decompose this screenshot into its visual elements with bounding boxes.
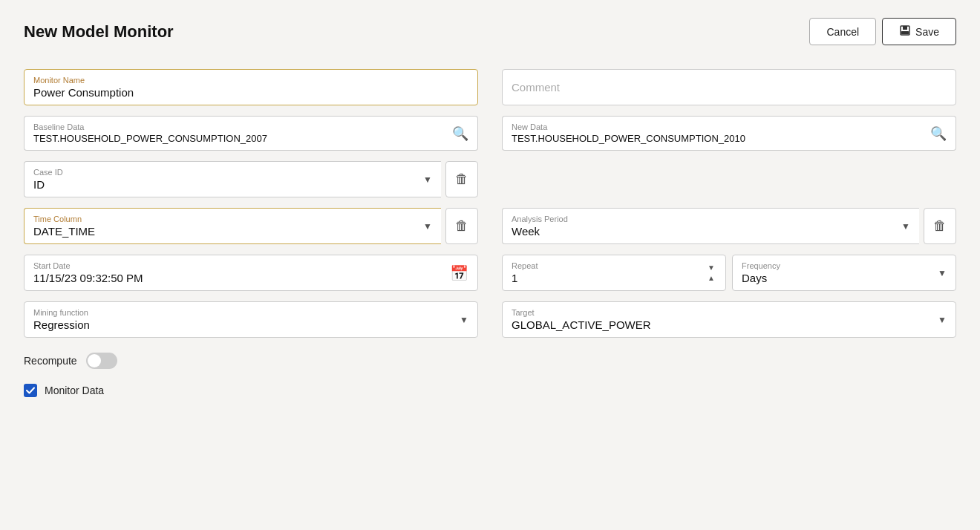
start-date-label: Start Date (33, 261, 444, 270)
monitor-data-row: Monitor Data (24, 384, 956, 397)
monitor-data-label: Monitor Data (45, 385, 104, 396)
time-column-value: DATE_TIME (33, 225, 420, 238)
mining-function-value: Regression (33, 318, 457, 331)
start-date-field[interactable]: Start Date 11/15/23 09:32:50 PM 📅 (24, 255, 478, 291)
monitor-name-field[interactable]: Monitor Name Power Consumption (24, 69, 478, 105)
new-data-value: TEST.HOUSEHOLD_POWER_CONSUMPTION_2010 (512, 133, 912, 144)
repeat-label: Repeat (512, 261, 700, 270)
repeat-value: 1 (512, 272, 700, 284)
analysis-period-label: Analysis Period (512, 215, 898, 223)
start-date-value: 11/15/23 09:32:50 PM (33, 272, 444, 284)
comment-field[interactable]: Comment (502, 69, 956, 105)
time-column-label: Time Column (33, 215, 420, 223)
recompute-row: Recompute (24, 353, 956, 369)
mining-function-field[interactable]: Mining function Regression ▼ (24, 301, 478, 338)
search-icon: 🔍 (452, 125, 468, 142)
save-button[interactable]: Save (882, 18, 956, 45)
target-label: Target (512, 308, 935, 317)
frequency-label: Frequency (742, 261, 935, 270)
svg-rect-2 (901, 31, 909, 34)
case-id-value: ID (33, 178, 420, 191)
analysis-period-field[interactable]: Analysis Period Week ▼ (502, 208, 919, 244)
target-field[interactable]: Target GLOBAL_ACTIVE_POWER ▼ (502, 301, 956, 338)
page-title: New Model Monitor (24, 22, 174, 42)
case-id-dropdown-icon: ▼ (423, 174, 432, 185)
frequency-dropdown-icon: ▼ (938, 268, 947, 278)
trash-icon: 🗑 (455, 218, 468, 234)
analysis-period-delete-button[interactable]: 🗑 (924, 208, 956, 244)
trash-icon: 🗑 (933, 218, 947, 234)
trash-icon: 🗑 (455, 171, 468, 187)
frequency-field[interactable]: Frequency Days ▼ (732, 255, 956, 291)
baseline-data-value: TEST.HOUSEHOLD_POWER_CONSUMPTION_2007 (33, 133, 434, 144)
svg-rect-1 (903, 26, 907, 30)
target-value: GLOBAL_ACTIVE_POWER (512, 318, 935, 331)
header-actions: Cancel Save (809, 18, 956, 45)
cancel-button[interactable]: Cancel (809, 18, 876, 45)
repeat-down-button[interactable]: ▼ (706, 264, 716, 272)
new-data-field[interactable]: New Data TEST.HOUSEHOLD_POWER_CONSUMPTIO… (502, 116, 921, 151)
monitor-data-checkbox[interactable] (24, 384, 37, 397)
target-dropdown-icon: ▼ (938, 315, 947, 325)
repeat-frequency-row: Repeat 1 ▼ ▲ Frequency Days ▼ (502, 255, 956, 291)
analysis-period-row: Analysis Period Week ▼ 🗑 (502, 208, 956, 244)
page-header: New Model Monitor Cancel Save (24, 18, 956, 45)
form-section: Monitor Name Power Consumption Comment B… (24, 69, 956, 338)
new-data-row: New Data TEST.HOUSEHOLD_POWER_CONSUMPTIO… (502, 116, 956, 151)
mining-function-dropdown-icon: ▼ (460, 315, 468, 325)
time-column-delete-button[interactable]: 🗑 (445, 208, 478, 244)
frequency-value: Days (742, 272, 935, 284)
baseline-data-field[interactable]: Baseline Data TEST.HOUSEHOLD_POWER_CONSU… (24, 116, 443, 151)
mining-function-label: Mining function (33, 308, 457, 317)
new-data-search-button[interactable]: 🔍 (921, 116, 956, 151)
time-column-dropdown-icon: ▼ (423, 221, 432, 232)
calendar-icon: 📅 (450, 264, 468, 282)
case-id-row: Case ID ID ▼ 🗑 (24, 161, 478, 197)
baseline-data-row: Baseline Data TEST.HOUSEHOLD_POWER_CONSU… (24, 116, 478, 151)
search-icon: 🔍 (930, 125, 947, 142)
time-column-field[interactable]: Time Column DATE_TIME ▼ (24, 208, 441, 244)
repeat-up-button[interactable]: ▲ (706, 274, 716, 283)
comment-placeholder: Comment (512, 81, 947, 94)
analysis-period-value: Week (512, 225, 898, 238)
new-data-label: New Data (512, 122, 912, 131)
baseline-data-search-button[interactable]: 🔍 (443, 116, 478, 151)
start-date-row: Start Date 11/15/23 09:32:50 PM 📅 (24, 255, 478, 291)
monitor-name-label: Monitor Name (33, 76, 468, 85)
case-id-field[interactable]: Case ID ID ▼ (24, 161, 441, 197)
time-column-row: Time Column DATE_TIME ▼ 🗑 (24, 208, 478, 244)
case-id-delete-button[interactable]: 🗑 (445, 161, 478, 197)
recompute-toggle[interactable] (86, 353, 117, 369)
analysis-period-dropdown-icon: ▼ (901, 221, 910, 232)
case-id-label: Case ID (33, 168, 420, 177)
baseline-data-label: Baseline Data (33, 122, 434, 131)
repeat-field[interactable]: Repeat 1 ▼ ▲ (502, 255, 726, 291)
recompute-label: Recompute (24, 355, 77, 367)
save-icon (899, 24, 911, 39)
monitor-name-value: Power Consumption (33, 86, 468, 99)
